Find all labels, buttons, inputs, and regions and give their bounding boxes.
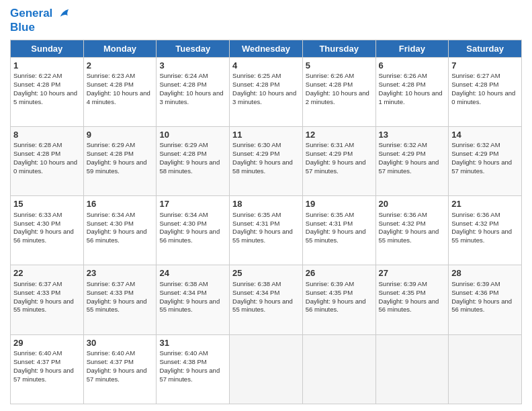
sunrise: Sunrise: 6:32 AM — [379, 141, 427, 148]
sunset: Sunset: 4:29 PM — [379, 150, 426, 157]
day-number: 31 — [159, 337, 226, 349]
sunrise: Sunrise: 6:31 AM — [306, 141, 354, 148]
daylight-label: Daylight: 9 hours and 55 minutes. — [87, 298, 147, 314]
sunrise: Sunrise: 6:26 AM — [379, 72, 427, 79]
sunrise: Sunrise: 6:40 AM — [159, 349, 208, 357]
daylight-label: Daylight: 9 hours and 57 minutes. — [87, 367, 147, 383]
sunrise: Sunrise: 6:39 AM — [451, 280, 500, 287]
dow-header: Wednesday — [230, 40, 303, 57]
sunset: Sunset: 4:28 PM — [159, 81, 206, 88]
sunrise: Sunrise: 6:27 AM — [451, 72, 500, 79]
day-number: 17 — [159, 198, 226, 210]
logo-bird-icon — [58, 7, 73, 21]
sunrise: Sunrise: 6:40 AM — [87, 349, 135, 357]
day-number: 1 — [13, 60, 81, 72]
sunset: Sunset: 4:37 PM — [13, 358, 60, 365]
sunrise: Sunrise: 6:32 AM — [451, 141, 500, 148]
daylight-label: Daylight: 10 hours and 2 minutes. — [306, 89, 369, 105]
sunrise: Sunrise: 6:25 AM — [232, 72, 281, 79]
sunset: Sunset: 4:28 PM — [232, 81, 279, 88]
header: General Blue — [10, 7, 522, 34]
day-cell: 7Sunrise: 6:27 AMSunset: 4:28 PMDaylight… — [449, 57, 522, 126]
day-number: 16 — [87, 198, 154, 210]
calendar-body: 1Sunrise: 6:22 AMSunset: 4:28 PMDaylight… — [11, 57, 522, 404]
sunset: Sunset: 4:35 PM — [306, 289, 353, 296]
daylight-label: Daylight: 9 hours and 55 minutes. — [232, 228, 293, 244]
sunset: Sunset: 4:34 PM — [232, 289, 279, 296]
day-number: 19 — [306, 198, 373, 210]
daylight-label: Daylight: 10 hours and 5 minutes. — [13, 89, 77, 105]
logo: General Blue — [10, 7, 73, 34]
day-cell: 22Sunrise: 6:37 AMSunset: 4:33 PMDayligh… — [11, 265, 84, 334]
sunset: Sunset: 4:33 PM — [13, 289, 60, 296]
daylight-label: Daylight: 9 hours and 56 minutes. — [306, 298, 366, 314]
sunrise: Sunrise: 6:36 AM — [451, 211, 500, 218]
day-number: 8 — [13, 129, 81, 141]
sunset: Sunset: 4:36 PM — [451, 289, 498, 296]
day-cell: 10Sunrise: 6:29 AMSunset: 4:28 PMDayligh… — [157, 126, 230, 195]
day-cell: 20Sunrise: 6:36 AMSunset: 4:32 PMDayligh… — [375, 196, 449, 265]
sunrise: Sunrise: 6:39 AM — [379, 280, 427, 287]
daylight-label: Daylight: 9 hours and 56 minutes. — [13, 228, 74, 244]
daylight-label: Daylight: 9 hours and 57 minutes. — [379, 158, 439, 175]
daylight-label: Daylight: 9 hours and 57 minutes. — [13, 367, 74, 383]
day-number: 15 — [13, 198, 81, 210]
sunrise: Sunrise: 6:40 AM — [13, 349, 62, 357]
page: General Blue SundayMondayTuesdayWednesda… — [0, 0, 532, 411]
day-number: 13 — [379, 129, 446, 141]
day-number: 23 — [87, 267, 154, 279]
day-cell: 15Sunrise: 6:33 AMSunset: 4:30 PMDayligh… — [11, 196, 84, 265]
daylight-label: Daylight: 9 hours and 59 minutes. — [87, 158, 147, 175]
day-of-week-row: SundayMondayTuesdayWednesdayThursdayFrid… — [11, 40, 522, 57]
dow-header: Monday — [83, 40, 157, 57]
sunset: Sunset: 4:34 PM — [159, 289, 206, 296]
day-number: 28 — [451, 267, 519, 279]
day-cell — [302, 334, 375, 404]
week-row: 1Sunrise: 6:22 AMSunset: 4:28 PMDaylight… — [11, 57, 522, 126]
sunrise: Sunrise: 6:34 AM — [159, 211, 208, 218]
day-cell: 5Sunrise: 6:26 AMSunset: 4:28 PMDaylight… — [302, 57, 375, 126]
sunset: Sunset: 4:32 PM — [451, 220, 498, 227]
day-number: 24 — [159, 267, 226, 279]
day-number: 4 — [232, 60, 300, 72]
week-row: 15Sunrise: 6:33 AMSunset: 4:30 PMDayligh… — [11, 196, 522, 265]
day-number: 10 — [159, 129, 226, 141]
daylight-label: Daylight: 10 hours and 4 minutes. — [87, 89, 150, 105]
daylight-label: Daylight: 9 hours and 56 minutes. — [451, 298, 512, 314]
day-number: 26 — [306, 267, 373, 279]
day-number: 30 — [87, 337, 154, 349]
day-number: 9 — [87, 129, 154, 141]
daylight-label: Daylight: 9 hours and 56 minutes. — [87, 228, 147, 244]
day-number: 25 — [232, 267, 300, 279]
day-number: 3 — [159, 60, 226, 72]
sunset: Sunset: 4:33 PM — [87, 289, 134, 296]
day-number: 12 — [306, 129, 373, 141]
day-number: 11 — [232, 129, 300, 141]
day-cell: 21Sunrise: 6:36 AMSunset: 4:32 PMDayligh… — [449, 196, 522, 265]
sunrise: Sunrise: 6:39 AM — [306, 280, 354, 287]
day-number: 5 — [306, 60, 373, 72]
daylight-label: Daylight: 9 hours and 55 minutes. — [451, 228, 512, 244]
daylight-label: Daylight: 9 hours and 56 minutes. — [379, 298, 439, 314]
day-cell: 24Sunrise: 6:38 AMSunset: 4:34 PMDayligh… — [157, 265, 230, 334]
sunrise: Sunrise: 6:36 AM — [379, 211, 427, 218]
day-number: 6 — [379, 60, 446, 72]
day-cell: 18Sunrise: 6:35 AMSunset: 4:31 PMDayligh… — [230, 196, 303, 265]
week-row: 8Sunrise: 6:28 AMSunset: 4:28 PMDaylight… — [11, 126, 522, 195]
sunset: Sunset: 4:38 PM — [159, 358, 206, 365]
sunrise: Sunrise: 6:38 AM — [159, 280, 208, 287]
daylight-label: Daylight: 9 hours and 57 minutes. — [306, 158, 366, 175]
day-cell: 13Sunrise: 6:32 AMSunset: 4:29 PMDayligh… — [375, 126, 449, 195]
day-cell: 12Sunrise: 6:31 AMSunset: 4:29 PMDayligh… — [302, 126, 375, 195]
week-row: 29Sunrise: 6:40 AMSunset: 4:37 PMDayligh… — [11, 334, 522, 404]
sunset: Sunset: 4:37 PM — [87, 358, 134, 365]
day-cell: 19Sunrise: 6:35 AMSunset: 4:31 PMDayligh… — [302, 196, 375, 265]
day-cell: 28Sunrise: 6:39 AMSunset: 4:36 PMDayligh… — [449, 265, 522, 334]
logo-general: General — [10, 7, 52, 19]
sunset: Sunset: 4:28 PM — [451, 81, 498, 88]
day-cell: 30Sunrise: 6:40 AMSunset: 4:37 PMDayligh… — [83, 334, 157, 404]
sunrise: Sunrise: 6:26 AM — [306, 72, 354, 79]
day-number: 7 — [451, 60, 519, 72]
day-cell: 27Sunrise: 6:39 AMSunset: 4:35 PMDayligh… — [375, 265, 449, 334]
sunrise: Sunrise: 6:29 AM — [159, 141, 208, 148]
